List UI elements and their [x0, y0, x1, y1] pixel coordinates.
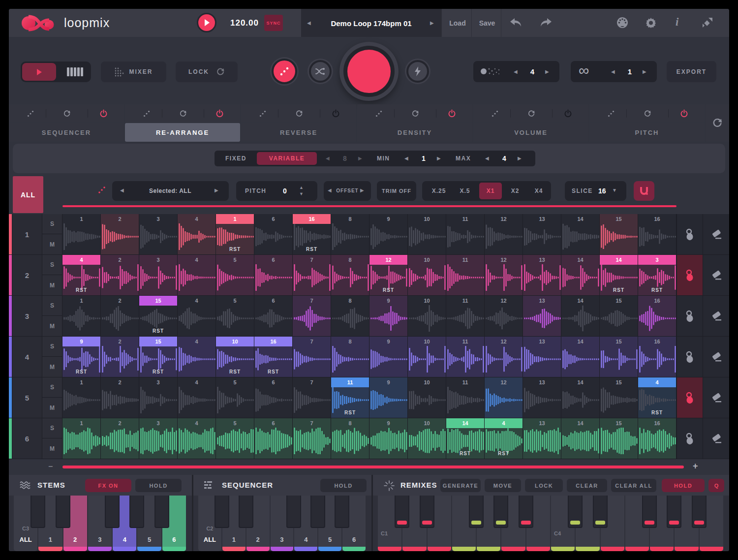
row-dice-icon[interactable]: [97, 186, 106, 194]
slice-cell[interactable]: 9: [369, 214, 407, 254]
tab-power-icon[interactable]: [99, 109, 108, 118]
preset-next-arrow[interactable]: ▶: [430, 20, 434, 26]
zoom-in-plus[interactable]: +: [693, 461, 698, 471]
rate-x4[interactable]: X4: [528, 183, 549, 199]
solo-button[interactable]: S: [42, 337, 62, 356]
slice-cell[interactable]: 15: [600, 337, 638, 377]
piano-icon[interactable]: [67, 67, 84, 76]
row-erase-button[interactable]: [703, 296, 729, 336]
slice-cell[interactable]: 3: [139, 377, 177, 418]
slice-cell[interactable]: 16: [638, 418, 676, 459]
black-key[interactable]: [593, 496, 608, 528]
slice-cell[interactable]: 3: [139, 255, 177, 295]
tab-dice-icon[interactable]: [375, 110, 383, 118]
trigger-button[interactable]: [406, 60, 429, 83]
slice-cell[interactable]: 9: [369, 418, 407, 459]
slice-cell[interactable]: 14: [561, 214, 599, 254]
remix-move-button[interactable]: MOVE: [485, 479, 521, 492]
max-next-arrow[interactable]: ▶: [518, 156, 522, 161]
fx-on-button[interactable]: FX ON: [85, 479, 131, 492]
slice-cell[interactable]: 4: [178, 255, 215, 295]
randomize-dice-button[interactable]: [272, 59, 297, 84]
slice-cell[interactable]: 13: [523, 214, 561, 254]
tab-density[interactable]: DENSITY: [357, 123, 472, 142]
slice-cell[interactable]: 7: [293, 296, 331, 336]
mute-button[interactable]: M: [42, 398, 62, 418]
bpm-value[interactable]: 120.00: [223, 18, 266, 28]
tab-refresh-icon[interactable]: [295, 110, 303, 118]
slice-cell[interactable]: 4: [178, 418, 215, 459]
tab-dice-icon[interactable]: [27, 110, 34, 118]
slice-cell[interactable]: 11: [446, 337, 484, 377]
row-lock-button[interactable]: [677, 418, 703, 459]
slice-cell[interactable]: 10: [408, 377, 446, 418]
slice-cell[interactable]: 6: [254, 255, 292, 295]
max-prev-arrow[interactable]: ◀: [485, 156, 489, 161]
stems-hold-button[interactable]: HOLD: [135, 479, 182, 492]
sync-badge[interactable]: SYNC: [264, 15, 283, 31]
slice-cell[interactable]: 10: [408, 337, 446, 377]
slice-cell[interactable]: 7: [293, 418, 331, 459]
solo-button[interactable]: S: [42, 255, 62, 275]
info-icon[interactable]: i: [676, 16, 678, 29]
tab-refresh-icon[interactable]: [527, 110, 535, 118]
tab-volume[interactable]: VOLUME: [473, 123, 588, 142]
black-key[interactable]: [215, 496, 229, 528]
black-key[interactable]: [154, 496, 169, 528]
tab-dice-icon[interactable]: [259, 110, 267, 118]
main-knob[interactable]: [339, 42, 399, 101]
slice-cell[interactable]: 11RST: [331, 377, 369, 418]
sequencer-hold-button[interactable]: HOLD: [320, 479, 367, 492]
slice-cell[interactable]: 12: [485, 337, 523, 377]
slice-cell[interactable]: 2: [101, 296, 139, 336]
slice-cell[interactable]: 14RST: [446, 418, 484, 459]
slice-cell[interactable]: 13: [523, 337, 561, 377]
mixer-button[interactable]: MIXER: [101, 62, 166, 82]
tab-power-icon[interactable]: [564, 109, 572, 118]
black-key[interactable]: [642, 496, 657, 528]
slice-cell[interactable]: 12: [485, 296, 523, 336]
slice-cell[interactable]: 12RST: [369, 255, 407, 295]
slice-cell[interactable]: 5: [216, 255, 254, 295]
slice-cell[interactable]: 1: [62, 418, 100, 459]
selected-prev-arrow[interactable]: ◀: [120, 187, 124, 193]
slice-cell[interactable]: 5: [216, 418, 254, 459]
black-key[interactable]: [692, 496, 707, 528]
load-button[interactable]: Load: [444, 19, 471, 27]
tab-refresh-icon[interactable]: [179, 110, 187, 118]
row-lock-button[interactable]: [677, 214, 703, 254]
slice-cell[interactable]: 13: [523, 418, 561, 459]
slice-cell[interactable]: 10: [408, 296, 446, 336]
slice-cell[interactable]: 8: [331, 255, 369, 295]
black-key[interactable]: [129, 496, 144, 528]
slice-cell[interactable]: 7: [293, 337, 331, 377]
all-rows-button[interactable]: ALL: [13, 176, 43, 213]
zoom-out-minus[interactable]: −: [48, 462, 53, 471]
steps-next-arrow[interactable]: ▶: [358, 156, 362, 161]
slice-cell[interactable]: 9: [369, 337, 407, 377]
row-erase-button[interactable]: [703, 418, 729, 459]
min-prev-arrow[interactable]: ◀: [404, 156, 408, 161]
slice-cell[interactable]: 16: [638, 296, 676, 336]
fixed-button[interactable]: FIXED: [225, 155, 246, 162]
slice-cell[interactable]: 1: [62, 377, 100, 418]
slice-cell[interactable]: 6: [254, 377, 292, 418]
slice-cell[interactable]: 14RST: [600, 255, 638, 295]
steps-prev-arrow[interactable]: ◀: [326, 156, 330, 161]
solo-button[interactable]: S: [42, 214, 62, 234]
black-key[interactable]: [469, 496, 484, 528]
play-keys-toggle[interactable]: [21, 62, 91, 82]
slice-cell[interactable]: 16: [638, 214, 676, 254]
row-lock-button[interactable]: [677, 377, 703, 418]
black-key[interactable]: [667, 496, 681, 528]
toggle-play-segment[interactable]: [22, 63, 56, 81]
slice-cell[interactable]: 1: [62, 296, 100, 336]
tab-dice-icon[interactable]: [607, 110, 615, 118]
slice-cell[interactable]: 6: [254, 296, 292, 336]
tab-dice-icon[interactable]: [491, 110, 499, 118]
pitch-stepper[interactable]: ▲▼: [299, 185, 304, 197]
slice-cell[interactable]: 6: [254, 214, 292, 254]
tab-power-icon[interactable]: [448, 109, 456, 118]
slice-cell[interactable]: 4: [178, 296, 215, 336]
loop-next-arrow[interactable]: ▶: [643, 69, 646, 74]
